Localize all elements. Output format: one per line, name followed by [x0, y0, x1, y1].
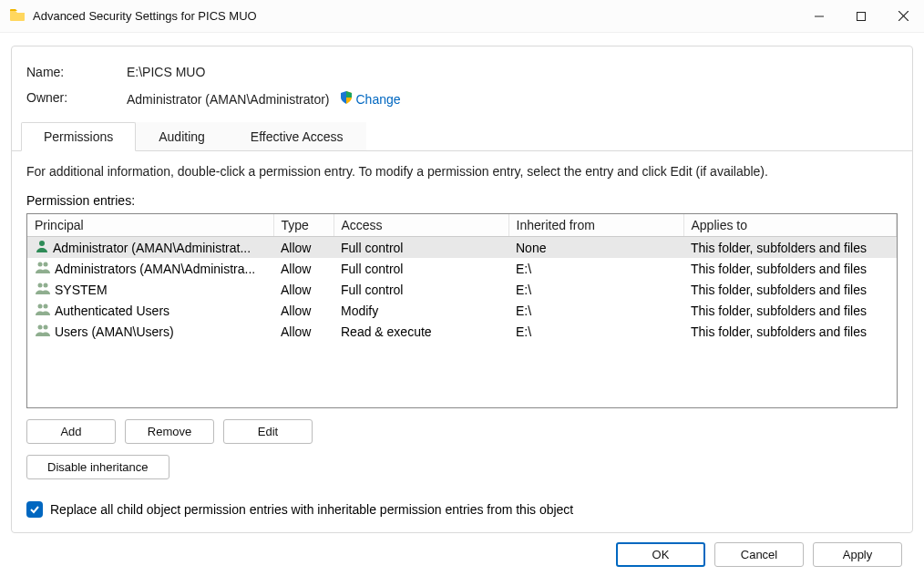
cell-type: Allow — [273, 258, 334, 279]
window-title: Advanced Security Settings for PICS MUO — [33, 9, 798, 23]
titlebar: Advanced Security Settings for PICS MUO — [0, 0, 924, 33]
principal-text: SYSTEM — [55, 283, 108, 297]
cell-type: Allow — [273, 321, 334, 342]
svg-point-8 — [44, 283, 48, 288]
tab-auditing[interactable]: Auditing — [136, 122, 228, 150]
apply-button[interactable]: Apply — [813, 542, 902, 567]
principal-text: Authenticated Users — [55, 303, 169, 318]
cell-inherited: E:\ — [508, 300, 683, 321]
shield-icon — [339, 90, 354, 108]
tab-permissions[interactable]: Permissions — [21, 122, 136, 151]
change-owner-link[interactable]: Change — [339, 90, 401, 108]
add-button[interactable]: Add — [26, 419, 116, 444]
principal-text: Administrators (AMAN\Administra... — [55, 262, 255, 276]
column-header-type[interactable]: Type — [273, 214, 334, 237]
principal-text: Administrator (AMAN\Administrat... — [53, 241, 251, 255]
svg-point-12 — [44, 325, 48, 330]
group-icon — [35, 323, 51, 340]
folder-icon — [9, 6, 26, 26]
column-header-access[interactable]: Access — [334, 214, 508, 237]
svg-point-7 — [38, 283, 43, 288]
column-header-inherited[interactable]: Inherited from — [508, 214, 683, 237]
edit-button[interactable]: Edit — [223, 419, 313, 444]
table-row[interactable]: Administrator (AMAN\Administrat...AllowF… — [27, 237, 897, 259]
cell-inherited: E:\ — [508, 279, 683, 300]
cell-access: Full control — [334, 258, 508, 279]
group-icon — [35, 302, 51, 319]
table-row[interactable]: Users (AMAN\Users)AllowRead & executeE:\… — [27, 321, 897, 342]
ok-button[interactable]: OK — [616, 542, 705, 567]
cancel-button[interactable]: Cancel — [714, 542, 804, 567]
svg-point-4 — [39, 241, 45, 246]
table-row[interactable]: Authenticated UsersAllowModifyE:\This fo… — [27, 300, 897, 321]
svg-point-6 — [44, 262, 48, 267]
main-pane: Name: E:\PICS MUO Owner: Administrator (… — [11, 46, 913, 533]
svg-rect-1 — [857, 12, 866, 20]
group-icon — [35, 281, 51, 298]
cell-type: Allow — [273, 237, 334, 259]
cell-access: Read & execute — [334, 321, 508, 342]
instruction-text: For additional information, double-click… — [26, 164, 898, 179]
owner-value: Administrator (AMAN\Administrator) — [127, 92, 330, 107]
remove-button[interactable]: Remove — [125, 419, 214, 444]
group-icon — [35, 260, 51, 277]
svg-point-5 — [38, 262, 43, 267]
tab-effective-access[interactable]: Effective Access — [228, 122, 366, 150]
svg-point-11 — [38, 325, 43, 330]
cell-type: Allow — [273, 279, 334, 300]
cell-applies: This folder, subfolders and files — [683, 321, 897, 342]
name-value: E:\PICS MUO — [127, 65, 898, 79]
cell-inherited: None — [508, 237, 683, 259]
minimize-button[interactable] — [798, 0, 840, 32]
column-header-applies[interactable]: Applies to — [683, 214, 897, 237]
cell-type: Allow — [273, 300, 334, 321]
check-icon — [29, 504, 40, 515]
cell-inherited: E:\ — [508, 258, 683, 279]
name-label: Name: — [26, 65, 127, 79]
dialog-footer: OK Cancel Apply — [11, 533, 913, 567]
cell-applies: This folder, subfolders and files — [683, 258, 897, 279]
owner-label: Owner: — [26, 90, 127, 108]
permission-entries-label: Permission entries: — [26, 193, 898, 208]
principal-text: Users (AMAN\Users) — [55, 324, 174, 339]
cell-access: Full control — [334, 237, 508, 259]
svg-point-10 — [44, 304, 48, 309]
cell-inherited: E:\ — [508, 321, 683, 342]
cell-applies: This folder, subfolders and files — [683, 279, 897, 300]
user-icon — [35, 239, 49, 256]
disable-inheritance-button[interactable]: Disable inheritance — [26, 455, 169, 479]
tab-strip: Permissions Auditing Effective Access — [12, 120, 912, 151]
table-row[interactable]: SYSTEMAllowFull controlE:\This folder, s… — [27, 279, 897, 300]
maximize-button[interactable] — [840, 0, 882, 32]
table-row[interactable]: Administrators (AMAN\Administra...AllowF… — [27, 258, 897, 279]
cell-applies: This folder, subfolders and files — [683, 300, 897, 321]
cell-applies: This folder, subfolders and files — [683, 237, 897, 259]
close-button[interactable] — [882, 0, 924, 32]
cell-access: Full control — [334, 279, 508, 300]
replace-checkbox[interactable] — [26, 501, 43, 518]
permission-grid[interactable]: Principal Type Access Inherited from App… — [27, 214, 897, 342]
column-header-principal[interactable]: Principal — [27, 214, 273, 237]
replace-checkbox-label: Replace all child object permission entr… — [50, 502, 573, 517]
svg-point-9 — [38, 304, 43, 309]
cell-access: Modify — [334, 300, 508, 321]
